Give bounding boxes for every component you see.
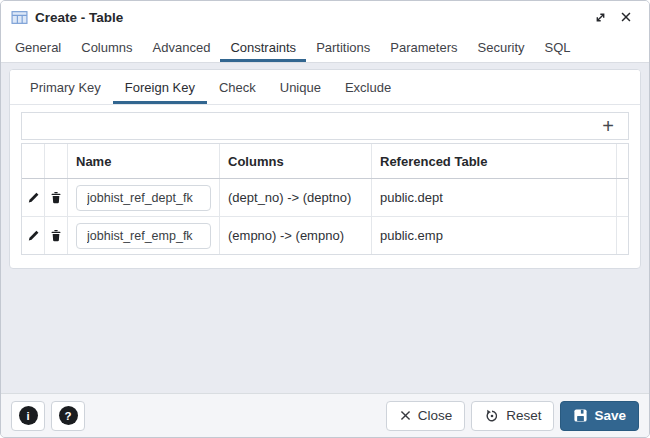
save-button-label: Save <box>594 408 626 423</box>
close-button-label: Close <box>418 408 453 423</box>
table-row: (dept_no) -> (deptno) public.dept <box>22 179 628 217</box>
constraints-panel: Primary Key Foreign Key Check Unique Exc… <box>1 63 649 269</box>
columns-mapping-cell: (dept_no) -> (deptno) <box>220 179 372 216</box>
info-button[interactable]: i <box>11 401 45 431</box>
help-icon: ? <box>59 406 78 425</box>
header-referenced-table: Referenced Table <box>372 144 617 178</box>
foreign-key-grid: Name Columns Referenced Table <box>21 143 629 255</box>
tab-parameters[interactable]: Parameters <box>380 33 467 62</box>
edit-column-spacer <box>22 144 45 178</box>
delete-row-icon[interactable] <box>47 188 65 207</box>
subtab-foreign-key[interactable]: Foreign Key <box>113 70 207 104</box>
maximize-icon[interactable] <box>587 5 613 29</box>
tab-advanced[interactable]: Advanced <box>143 33 221 62</box>
info-icon: i <box>19 406 38 425</box>
delete-column-spacer <box>45 144 68 178</box>
reset-button[interactable]: Reset <box>471 401 554 431</box>
header-columns: Columns <box>220 144 372 178</box>
tab-sql[interactable]: SQL <box>535 33 581 62</box>
subtab-unique[interactable]: Unique <box>268 70 333 104</box>
save-button[interactable]: Save <box>560 401 639 431</box>
tab-partitions[interactable]: Partitions <box>306 33 380 62</box>
grid-header-row: Name Columns Referenced Table <box>22 144 628 179</box>
referenced-table-cell: public.emp <box>372 217 617 254</box>
constraints-card: Primary Key Foreign Key Check Unique Exc… <box>9 69 641 269</box>
tab-constraints[interactable]: Constraints <box>220 33 306 62</box>
close-x-icon <box>399 409 412 422</box>
row-end-spacer <box>617 179 633 216</box>
dialog-footer: i ? Close Reset <box>1 393 649 437</box>
constraint-name-input[interactable] <box>76 185 211 211</box>
save-floppy-icon <box>573 408 588 423</box>
subtab-primary-key[interactable]: Primary Key <box>18 70 113 104</box>
add-foreign-key-button[interactable]: + <box>594 114 622 138</box>
delete-row-icon[interactable] <box>47 226 65 245</box>
reset-button-label: Reset <box>506 408 541 423</box>
edit-row-icon[interactable] <box>24 226 43 245</box>
tab-general[interactable]: General <box>5 33 71 62</box>
tab-columns[interactable]: Columns <box>71 33 142 62</box>
dialog-title: Create - Table <box>35 10 587 25</box>
header-end-spacer <box>617 144 633 178</box>
columns-mapping-cell: (empno) -> (empno) <box>220 217 372 254</box>
header-name: Name <box>68 144 220 178</box>
table-icon <box>11 9 28 26</box>
close-icon[interactable] <box>613 5 639 29</box>
constraint-subtab-bar: Primary Key Foreign Key Check Unique Exc… <box>10 70 640 105</box>
referenced-table-cell: public.dept <box>372 179 617 216</box>
close-button[interactable]: Close <box>386 401 466 431</box>
constraint-name-input[interactable] <box>76 223 211 249</box>
grid-toolbar: + <box>21 112 629 140</box>
row-end-spacer <box>617 217 633 254</box>
main-tab-bar: General Columns Advanced Constraints Par… <box>1 33 649 63</box>
subtab-check[interactable]: Check <box>207 70 268 104</box>
titlebar: Create - Table <box>1 1 649 33</box>
tab-security[interactable]: Security <box>468 33 535 62</box>
help-button[interactable]: ? <box>51 401 85 431</box>
reset-icon <box>484 408 500 424</box>
create-table-dialog: Create - Table General Columns Advanced … <box>0 0 650 438</box>
subtab-exclude[interactable]: Exclude <box>333 70 403 104</box>
edit-row-icon[interactable] <box>24 188 43 207</box>
table-row: (empno) -> (empno) public.emp <box>22 217 628 254</box>
foreign-key-panel: + Name Columns Referenced Table <box>10 105 640 268</box>
